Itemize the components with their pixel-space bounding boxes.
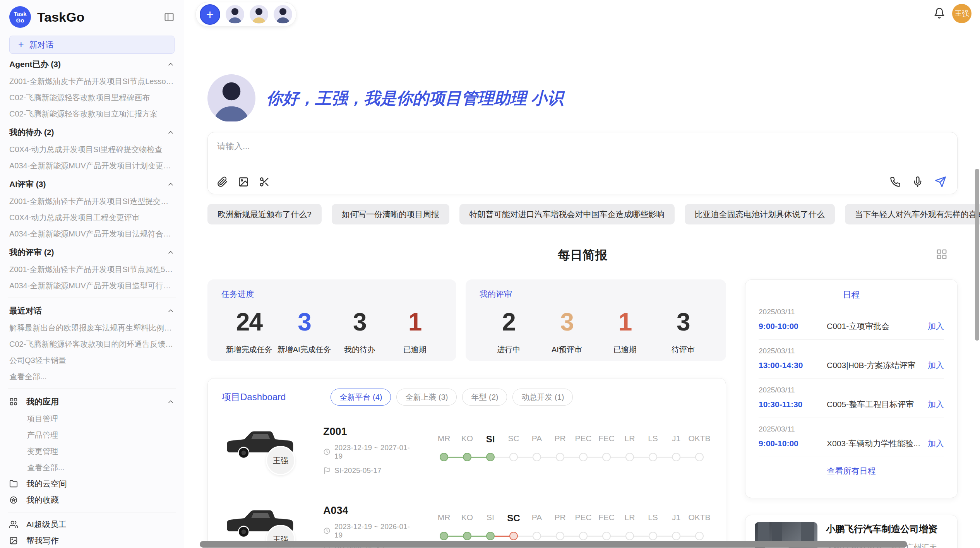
project-row[interactable]: 王强 Z001 2023-12-19 ~ 2027-01-19 SI-2025-… xyxy=(222,416,713,485)
join-link[interactable]: 加入 xyxy=(928,360,944,371)
divider xyxy=(8,512,176,512)
list-item[interactable]: A034-全新新能源MUV产品开发项目造型可行性评审 xyxy=(9,277,175,294)
suggestion-chip[interactable]: 特朗普可能对进口汽车增税会对中国车企造成哪些影响 xyxy=(459,204,675,224)
task-progress-card: 任务进度 24 新增完成任务 3 新增AI完成任务 3 我的待办 1 已逾期 xyxy=(207,279,456,361)
milestone-dot xyxy=(463,453,471,461)
milestone-track: MRKOSISCPAPRPECFECLRLSJ1OKTB xyxy=(432,513,711,545)
microphone-icon[interactable] xyxy=(912,176,923,187)
suggestion-chip[interactable]: 欧洲新规最近颁布了什么? xyxy=(207,204,322,224)
chevron-up-icon[interactable] xyxy=(167,398,175,406)
milestone-dot xyxy=(579,532,588,540)
greeting-text: 你好，王强，我是你的项目管理助理 小识 xyxy=(266,87,564,109)
list-item[interactable]: Z001-全新燃油轻卡产品开发项目SI节点属性5D文件评审 xyxy=(9,261,175,277)
notification-bell-icon[interactable] xyxy=(934,7,945,19)
view-all-schedule-link[interactable]: 查看所有日程 xyxy=(759,466,944,476)
list-item[interactable]: Z001-全新燃油皮卡产品开发项目SI节点Lesson Learn报告 xyxy=(9,73,175,89)
chat-composer xyxy=(207,132,958,194)
list-item[interactable]: C02-飞腾新能源轻客改款项目立项汇报方案 xyxy=(9,106,175,122)
join-link[interactable]: 加入 xyxy=(928,399,944,410)
milestone-label: LR xyxy=(618,513,641,524)
clock-icon xyxy=(323,448,331,456)
milestone-dot xyxy=(695,453,704,461)
image-upload-icon[interactable] xyxy=(238,176,249,187)
vertical-scrollbar[interactable] xyxy=(975,169,979,341)
folder-icon xyxy=(9,480,18,488)
filter-tab[interactable]: 全新平台 (4) xyxy=(331,389,391,406)
milestone-dot xyxy=(533,532,541,540)
voice-call-icon[interactable] xyxy=(890,176,901,187)
section-ai-review[interactable]: AI评审 (3) xyxy=(9,175,175,193)
agent-avatar[interactable] xyxy=(274,5,292,24)
filter-tab[interactable]: 动总开发 (1) xyxy=(512,389,573,406)
list-item[interactable]: Z001-全新燃油轻卡产品开发项目SI造型提交物评审 xyxy=(9,193,175,209)
sidebar-item-favorites[interactable]: 我的收藏 xyxy=(9,492,175,508)
layout-grid-icon[interactable] xyxy=(936,248,947,260)
clock-icon xyxy=(323,527,331,534)
milestone-label: PR xyxy=(548,513,572,524)
milestone-track: MRKOSISCPAPRPECFECLRLSJ1OKTB xyxy=(432,434,711,466)
suggestion-chip[interactable]: 比亚迪全固态电池计划具体说了什么 xyxy=(685,204,835,224)
list-item[interactable]: 解释最新出台的欧盟报废车法规再生塑料比例被调至15%... xyxy=(9,320,175,336)
milestone-label: KO xyxy=(456,513,479,524)
chevron-up-icon[interactable] xyxy=(167,307,175,315)
list-item[interactable]: A034-全新新能源MUV产品开发项目法规符合性评审 xyxy=(9,226,175,242)
list-item[interactable]: C0X4-动力总成开发项目工程变更评审 xyxy=(9,209,175,226)
section-recent-chats[interactable]: 最近对话 xyxy=(9,302,175,320)
sidebar-item-ai-super-staff[interactable]: AI超级员工 xyxy=(9,516,175,533)
schedule-item: 2025/03/11 10:30-11:30 C005-整车工程目标评审 加入 xyxy=(759,379,944,418)
milestone-label: LS xyxy=(641,434,665,445)
join-link[interactable]: 加入 xyxy=(928,438,944,449)
dashboard-filters: 全新平台 (4) 全新上装 (3) 年型 (2) 动总开发 (1) xyxy=(331,389,573,406)
add-agent-button[interactable]: + xyxy=(200,4,220,25)
list-item[interactable]: 公司Q3轻卡销量 xyxy=(9,352,175,368)
filter-tab[interactable]: 全新上装 (3) xyxy=(396,389,457,406)
attachment-icon[interactable] xyxy=(217,176,228,187)
milestone-label: KO xyxy=(456,434,479,445)
screenshot-scissors-icon[interactable] xyxy=(259,176,270,187)
agent-avatar[interactable] xyxy=(250,5,268,24)
list-item[interactable]: C0X4-动力总成开发项目SI里程碑提交物检查 xyxy=(9,141,175,158)
section-my-review[interactable]: 我的评审 (2) xyxy=(9,243,175,261)
sidebar-item-change-mgmt[interactable]: 变更管理 xyxy=(9,443,175,459)
section-agent-done[interactable]: Agent已办 (3) xyxy=(9,55,175,73)
schedule-item: 2025/03/11 9:00-10:00 X003-车辆动力学性能验... 加… xyxy=(759,418,944,457)
milestone-dot xyxy=(672,532,680,540)
chevron-up-icon[interactable] xyxy=(167,128,175,136)
section-my-apps[interactable]: 我的应用 xyxy=(9,393,175,411)
list-item[interactable]: C02-飞腾新能源轻客改款项目的闭环通告反馈情况 xyxy=(9,336,175,352)
suggestion-chip[interactable]: 当下年轻人对汽车外观有怎样的喜好趋势 xyxy=(845,204,980,224)
agent-avatar[interactable] xyxy=(226,5,244,24)
schedule-title: 日程 xyxy=(759,289,944,301)
project-dashboard-card: 项目Dashboard 全新平台 (4) 全新上装 (3) 年型 (2) 动总开… xyxy=(207,378,726,548)
assistant-greeting-block: 你好，王强，我是你的项目管理助理 小识 xyxy=(207,74,564,122)
section-my-todo[interactable]: 我的待办 (2) xyxy=(9,123,175,141)
chevron-up-icon[interactable] xyxy=(167,180,175,188)
image-icon xyxy=(9,536,18,545)
milestone-dot xyxy=(509,453,518,461)
horizontal-scrollbar[interactable] xyxy=(200,541,907,548)
view-all-link[interactable]: 查看全部... xyxy=(9,459,175,476)
view-all-link[interactable]: 查看全部... xyxy=(9,368,175,385)
new-chat-button[interactable]: + 新对话 xyxy=(9,36,175,54)
chevron-up-icon[interactable] xyxy=(167,248,175,256)
project-image: 王强 xyxy=(222,421,299,479)
user-avatar[interactable]: 王强 xyxy=(952,4,971,23)
list-item[interactable]: A034-全新新能源MUV产品开发项目计划变更表编写 xyxy=(9,158,175,174)
sidebar-item-cloud-space[interactable]: 我的云空间 xyxy=(9,476,175,492)
suggestion-chip[interactable]: 如何写一份清晰的项目周报 xyxy=(332,204,449,224)
sidebar-item-product-mgmt[interactable]: 产品管理 xyxy=(9,427,175,443)
chevron-up-icon[interactable] xyxy=(167,60,175,68)
sidebar-item-help-write[interactable]: 帮我写作 xyxy=(9,533,175,548)
milestone-dot xyxy=(602,453,611,461)
chat-input[interactable] xyxy=(217,139,948,153)
send-icon[interactable] xyxy=(935,176,946,188)
project-row[interactable]: 王强 A034 2023-12-19 ~ 2026-01-19 SC-2025-… xyxy=(222,495,713,548)
join-link[interactable]: 加入 xyxy=(928,321,944,332)
dashboard-title: 项目Dashboard xyxy=(222,391,286,403)
filter-tab[interactable]: 年型 (2) xyxy=(462,389,507,406)
plus-icon: + xyxy=(18,39,24,50)
list-item[interactable]: C02-飞腾新能源轻客改款项目里程碑画布 xyxy=(9,89,175,106)
collapse-sidebar-icon[interactable] xyxy=(164,12,175,22)
sidebar-item-project-mgmt[interactable]: 项目管理 xyxy=(9,411,175,427)
stat: 2 进行中 xyxy=(480,308,538,355)
